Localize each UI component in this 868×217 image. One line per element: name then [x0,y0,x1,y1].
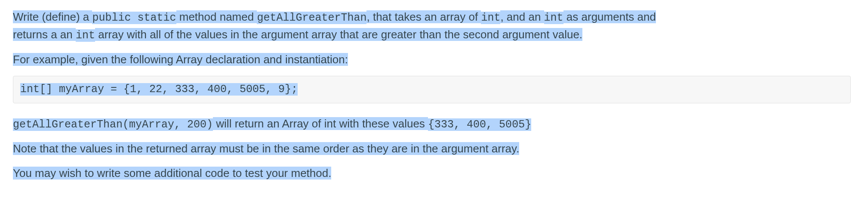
code-method-name: getAllGreaterThan [257,12,366,24]
text-segment: will return an Array of int with these v… [213,117,428,130]
code-int: int [76,29,95,42]
code-content: int[] myArray = {1, 22, 333, 400, 5005, … [20,83,298,96]
code-public-static: public static [92,12,176,24]
instruction-paragraph-5: You may wish to write some additional co… [13,165,851,182]
text-segment: , and an [500,10,544,23]
text-segment: For example, given the following Array d… [13,53,348,66]
code-method-call: getAllGreaterThan(myArray, 200) [13,118,213,131]
text-segment: Note that the values in the returned arr… [13,142,519,155]
text-segment: You may wish to write some additional co… [13,167,331,180]
instruction-paragraph-3: getAllGreaterThan(myArray, 200) will ret… [13,115,851,133]
instruction-paragraph-2: For example, given the following Array d… [13,51,851,68]
code-result-values: {333, 400, 5005} [428,118,531,131]
instruction-paragraph-1: Write (define) a public static method na… [13,9,851,43]
code-int: int [481,12,500,24]
text-segment: method named [176,10,257,23]
text-segment: array with all of the values in the argu… [95,28,582,41]
text-segment: as arguments and [563,10,656,23]
code-block-array-declaration: int[] myArray = {1, 22, 333, 400, 5005, … [13,76,851,103]
text-segment: returns a an [13,28,76,41]
instruction-paragraph-4: Note that the values in the returned arr… [13,140,851,157]
code-int: int [544,12,563,24]
text-segment: , that takes an array of [366,10,481,23]
text-segment: Write (define) a [13,10,92,23]
